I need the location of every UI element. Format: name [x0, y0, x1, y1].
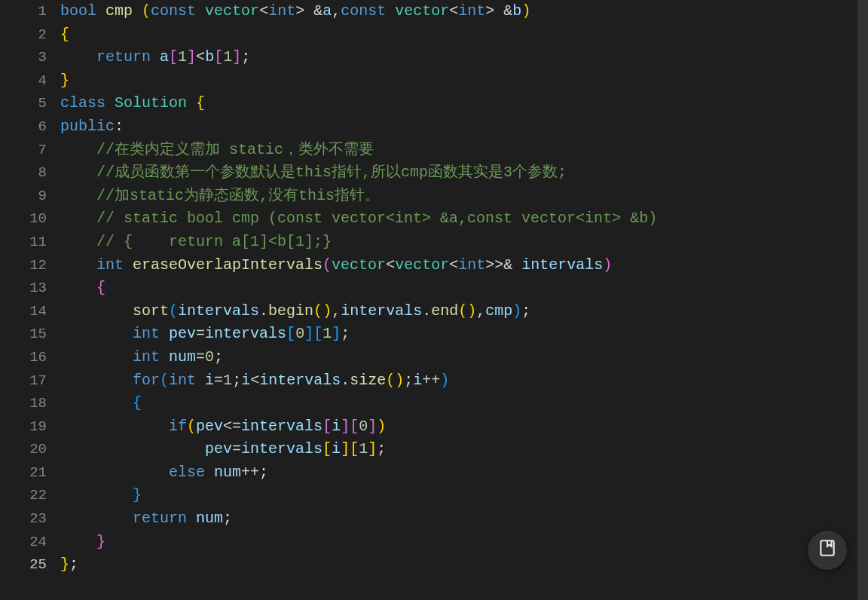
code-content[interactable]: bool cmp (const vector<int> &a,const vec…: [60, 0, 868, 23]
code-content[interactable]: //加static为静态函数,没有this指针。: [60, 185, 868, 208]
code-line[interactable]: 22 }: [0, 484, 868, 507]
scrollbar-thumb[interactable]: [857, 0, 868, 600]
code-line[interactable]: 4}: [0, 69, 868, 93]
token-br-y: {: [196, 94, 205, 112]
line-number: 7: [0, 139, 60, 162]
vertical-scrollbar[interactable]: [857, 0, 868, 600]
token-br-y: }: [60, 556, 69, 573]
token-br-p: [: [214, 48, 223, 66]
code-line[interactable]: 1bool cmp (const vector<int> &a,const ve…: [0, 0, 868, 23]
code-content[interactable]: for(int i=1;i<intervals.size();i++): [60, 369, 868, 393]
code-content[interactable]: int eraseOverlapIntervals(vector<vector<…: [60, 254, 868, 277]
code-line[interactable]: 8 //成员函数第一个参数默认是this指针,所以cmp函数其实是3个参数;: [0, 161, 868, 185]
token-pun: ;: [214, 348, 223, 366]
code-line[interactable]: 11 // { return a[1]<b[1];}: [0, 231, 868, 254]
token-op: [60, 164, 96, 181]
code-content[interactable]: int pev=intervals[0][1];: [60, 323, 868, 346]
token-op: [151, 48, 160, 66]
code-content[interactable]: // static bool cmp (const vector<int> &a…: [60, 207, 868, 231]
code-content[interactable]: class Solution {: [60, 92, 868, 115]
code-content[interactable]: }: [60, 484, 868, 507]
code-content[interactable]: return a[1]<b[1];: [60, 46, 868, 69]
token-pun: ;: [69, 556, 78, 573]
code-content[interactable]: }: [60, 531, 868, 554]
code-content[interactable]: {: [60, 392, 868, 415]
code-line[interactable]: 23 return num;: [0, 507, 868, 531]
code-line[interactable]: 16 int num=0;: [0, 346, 868, 369]
token-op: [60, 48, 96, 66]
code-line[interactable]: 15 int pev=intervals[0][1];: [0, 323, 868, 346]
token-pun: ,: [476, 302, 485, 320]
token-op: [196, 2, 205, 20]
line-number: 5: [0, 92, 60, 115]
code-line[interactable]: 12 int eraseOverlapIntervals(vector<vect…: [0, 254, 868, 277]
code-line[interactable]: 6public:: [0, 115, 868, 139]
code-line[interactable]: 9 //加static为静态函数,没有this指针。: [0, 185, 868, 208]
token-op: [133, 2, 142, 20]
token-br-y: ]: [341, 440, 350, 458]
token-op: <: [386, 256, 395, 274]
code-content[interactable]: }: [60, 69, 868, 93]
code-line[interactable]: 10 // static bool cmp (const vector<int>…: [0, 207, 868, 231]
token-op: [124, 256, 133, 274]
code-content[interactable]: else num++;: [60, 461, 868, 485]
code-line[interactable]: 19 if(pev<=intervals[i][0]): [0, 415, 868, 439]
code-content[interactable]: public:: [60, 115, 868, 139]
line-number: 17: [0, 369, 60, 393]
token-pun: .: [422, 302, 431, 320]
token-num: 1: [359, 440, 368, 458]
code-line[interactable]: 18 {: [0, 392, 868, 415]
line-number: 19: [0, 415, 60, 439]
code-line[interactable]: 21 else num++;: [0, 461, 868, 485]
code-line[interactable]: 17 for(int i=1;i<intervals.size();i++): [0, 369, 868, 393]
bookmark-fab[interactable]: [808, 531, 847, 570]
code-content[interactable]: };: [60, 553, 868, 577]
code-content[interactable]: // { return a[1]<b[1];}: [60, 231, 868, 254]
token-op: [60, 510, 133, 527]
code-content[interactable]: int num=0;: [60, 346, 868, 369]
token-op: =: [196, 325, 205, 342]
code-line[interactable]: 13 {: [0, 277, 868, 300]
token-op: [205, 464, 214, 481]
token-br-b: }: [133, 486, 142, 504]
code-line[interactable]: 5class Solution {: [0, 92, 868, 115]
token-var: intervals: [241, 418, 322, 435]
token-op: >>: [485, 256, 503, 274]
token-var: i: [332, 418, 341, 435]
code-content[interactable]: sort(intervals.begin(),intervals.end(),c…: [60, 300, 868, 323]
token-op: [60, 533, 96, 550]
token-br-y: (: [386, 372, 395, 389]
token-num: 1: [322, 325, 332, 342]
token-num: 0: [205, 348, 214, 366]
code-line[interactable]: 3 return a[1]<b[1];: [0, 46, 868, 69]
token-fn: end: [431, 302, 458, 320]
code-line[interactable]: 20 pev=intervals[i][1];: [0, 438, 868, 461]
token-var: pev: [169, 325, 196, 342]
code-content[interactable]: //在类内定义需加 static，类外不需要: [60, 139, 868, 162]
token-pun: ;: [341, 325, 350, 342]
code-content[interactable]: return num;: [60, 507, 868, 531]
token-op: [304, 2, 313, 20]
code-editor[interactable]: 1bool cmp (const vector<int> &a,const ve…: [0, 0, 868, 600]
code-line[interactable]: 2{: [0, 23, 868, 47]
token-op: <: [250, 372, 259, 389]
code-line[interactable]: 24 }: [0, 531, 868, 554]
token-br-p: {: [96, 279, 105, 296]
token-kw: int: [133, 348, 160, 366]
token-kw: return: [96, 48, 151, 66]
token-op: <: [196, 48, 205, 66]
code-line[interactable]: 25};: [0, 553, 868, 577]
token-var: b: [205, 48, 214, 66]
code-content[interactable]: {: [60, 277, 868, 300]
token-var: intervals: [241, 440, 322, 458]
code-line[interactable]: 7 //在类内定义需加 static，类外不需要: [0, 139, 868, 162]
code-content[interactable]: //成员函数第一个参数默认是this指针,所以cmp函数其实是3个参数;: [60, 161, 868, 185]
code-line[interactable]: 14 sort(intervals.begin(),intervals.end(…: [0, 300, 868, 323]
token-br-p: ]: [232, 48, 241, 66]
code-content[interactable]: {: [60, 23, 868, 47]
token-br-y: [: [322, 440, 332, 458]
code-content[interactable]: if(pev<=intervals[i][0]): [60, 415, 868, 439]
code-content[interactable]: pev=intervals[i][1];: [60, 438, 868, 461]
token-fn: cmp: [105, 2, 133, 20]
line-number: 3: [0, 46, 60, 69]
